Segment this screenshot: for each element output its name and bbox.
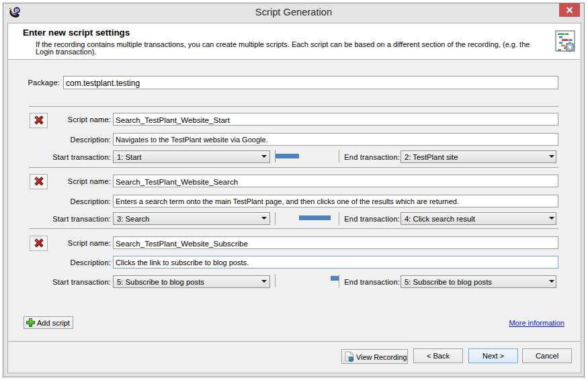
- svg-text:P: P: [15, 7, 19, 14]
